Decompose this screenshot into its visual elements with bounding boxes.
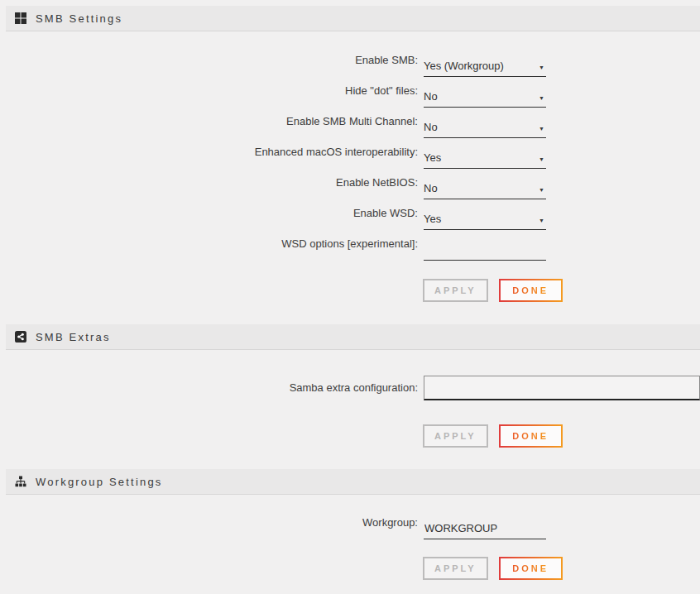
smb-settings-form: Enable SMB: Yes (Workgroup) ▼ Hide "dot"…	[0, 31, 700, 302]
dropdown-arrow-icon: ▼	[539, 186, 546, 194]
enable-smb-select[interactable]: Yes (Workgroup) ▼	[424, 60, 546, 77]
select-value: Yes	[424, 151, 441, 164]
form-row-wsd-options: WSD options [experimental]:	[0, 230, 700, 261]
section-title: Workgroup Settings	[36, 476, 163, 488]
field-label: Samba extra configuration:	[0, 376, 418, 400]
form-row-workgroup: Workgroup:	[0, 509, 700, 539]
field-label: Hide "dot" files:	[0, 77, 418, 108]
done-button-label: DONE	[512, 285, 549, 295]
field-label: Enable WSD:	[0, 199, 418, 230]
dropdown-arrow-icon: ▼	[539, 125, 546, 133]
smb-settings-buttons: APPLY DONE	[0, 279, 700, 302]
field-label: Enhanced macOS interoperability:	[0, 138, 418, 169]
select-value: Yes (Workgroup)	[424, 60, 504, 72]
workgroup-buttons: APPLY DONE	[0, 557, 700, 580]
smb-extras-form: Samba extra configuration: APPLY DONE	[0, 376, 700, 448]
smb-multi-channel-select[interactable]: No ▼	[424, 121, 546, 138]
field-label: Enable SMB Multi Channel:	[0, 108, 418, 138]
dropdown-arrow-icon: ▼	[539, 217, 546, 225]
form-row-macos-interop: Enhanced macOS interoperability: Yes ▼	[0, 138, 700, 169]
select-value: No	[424, 182, 438, 194]
section-header-smb-extras: SMB Extras	[6, 324, 700, 350]
field-label: Enable SMB:	[0, 46, 418, 77]
form-row-wsd: Enable WSD: Yes ▼	[0, 199, 700, 230]
macos-interop-select[interactable]: Yes ▼	[424, 151, 546, 169]
dropdown-arrow-icon: ▼	[539, 156, 546, 164]
netbios-select[interactable]: No ▼	[424, 182, 546, 199]
apply-button[interactable]: APPLY	[423, 424, 488, 448]
section-title: SMB Extras	[36, 331, 111, 343]
samba-extra-config-textarea[interactable]	[424, 376, 700, 400]
done-button[interactable]: DONE	[499, 557, 563, 580]
section-title: SMB Settings	[36, 12, 122, 25]
form-row-hide-dot-files: Hide "dot" files: No ▼	[0, 77, 700, 108]
done-button-label: DONE	[512, 431, 549, 441]
select-value: No	[424, 121, 438, 133]
dropdown-arrow-icon: ▼	[539, 94, 546, 103]
sitemap-icon	[15, 476, 26, 487]
form-row-samba-extra: Samba extra configuration:	[0, 376, 700, 400]
share-icon	[15, 331, 26, 343]
form-row-netbios: Enable NetBIOS: No ▼	[0, 169, 700, 199]
field-label: WSD options [experimental]:	[0, 230, 418, 261]
form-row-smb-multi-channel: Enable SMB Multi Channel: No ▼	[0, 108, 700, 138]
field-label: Enable NetBIOS:	[0, 169, 418, 199]
smb-extras-buttons: APPLY DONE	[0, 424, 700, 448]
done-button[interactable]: DONE	[499, 424, 563, 448]
workgroup-input[interactable]	[424, 522, 546, 539]
apply-button[interactable]: APPLY	[423, 557, 488, 580]
form-row-enable-smb: Enable SMB: Yes (Workgroup) ▼	[0, 46, 700, 77]
workgroup-control	[424, 522, 546, 539]
settings-page: SMB Settings Enable SMB: Yes (Workgroup)…	[0, 6, 700, 594]
workgroup-form: Workgroup: APPLY DONE	[0, 495, 700, 580]
section-header-smb-settings: SMB Settings	[6, 6, 700, 31]
windows-icon	[15, 12, 26, 24]
section-header-workgroup-settings: Workgroup Settings	[6, 469, 700, 495]
dropdown-arrow-icon: ▼	[539, 64, 546, 72]
hide-dot-files-select[interactable]: No ▼	[424, 90, 546, 108]
wsd-options-control	[424, 243, 546, 261]
wsd-select[interactable]: Yes ▼	[424, 213, 546, 230]
done-button-label: DONE	[512, 563, 549, 573]
apply-button[interactable]: APPLY	[423, 279, 488, 302]
field-label: Workgroup:	[0, 509, 418, 539]
select-value: No	[424, 90, 438, 103]
select-value: Yes	[424, 213, 441, 225]
done-button[interactable]: DONE	[499, 279, 563, 302]
wsd-options-input[interactable]	[424, 243, 546, 261]
